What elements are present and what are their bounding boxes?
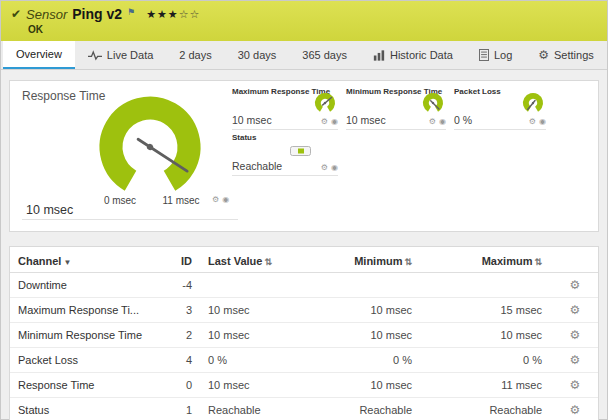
pin-icon[interactable]: ◉ xyxy=(439,118,446,126)
overview-panel: Response Time 0 msec 11 msec ⚙ ◉ 10 msec… xyxy=(9,80,599,232)
cell-maximum: 0 % xyxy=(420,348,550,373)
divider xyxy=(22,219,238,220)
channel-table-panel: Channel▼ ID Last Value⇅ Minimum⇅ Maximum… xyxy=(9,246,599,420)
tab-30-days-label: 30 days xyxy=(238,49,277,61)
cell-minimum: 10 msec xyxy=(300,298,420,323)
cell-maximum: 11 msec xyxy=(420,373,550,398)
table-row[interactable]: Packet Loss 4 0 % 0 % 0 % ⚙ xyxy=(10,348,599,373)
response-time-gauge xyxy=(88,85,212,209)
column-header-last-value[interactable]: Last Value⇅ xyxy=(200,247,300,273)
column-header-id-label: ID xyxy=(181,255,192,267)
cell-minimum: 0 % xyxy=(300,348,420,373)
sort-icon: ⇅ xyxy=(404,257,412,267)
pin-icon[interactable]: ◉ xyxy=(539,118,546,126)
sensor-status-text: OK xyxy=(28,24,597,35)
sensor-header: ✔ Sensor Ping v2 ⚑ ★★★☆☆ OK xyxy=(1,1,607,41)
cell-minimum: 10 msec xyxy=(300,323,420,348)
column-header-maximum[interactable]: Maximum⇅ xyxy=(420,247,550,273)
stars-empty[interactable]: ☆☆ xyxy=(179,8,201,20)
table-header-row: Channel▼ ID Last Value⇅ Minimum⇅ Maximum… xyxy=(10,247,599,273)
cell-last-value: Reachable xyxy=(200,398,300,420)
cell-channel: Packet Loss xyxy=(10,348,158,373)
cell-channel: Maximum Response Ti... xyxy=(10,298,158,323)
mini-gauge-maximum-response-time: Maximum Response Time 10 msec ⚙ ◉ xyxy=(232,87,338,133)
status-channel-title: Status xyxy=(232,133,338,142)
channel-settings-icon[interactable]: ⚙ xyxy=(321,164,328,172)
pin-icon[interactable]: ◉ xyxy=(331,164,338,172)
tab-settings[interactable]: ⚙ Settings xyxy=(525,41,607,69)
sort-desc-icon: ▼ xyxy=(63,258,71,267)
historic-data-icon xyxy=(373,50,385,61)
cell-channel: Minimum Response Time xyxy=(10,323,158,348)
pin-icon[interactable]: ◉ xyxy=(222,196,229,204)
priority-flag-icon[interactable]: ⚑ xyxy=(127,6,135,19)
cell-id: 4 xyxy=(158,348,200,373)
sort-icon: ⇅ xyxy=(534,257,542,267)
cell-maximum: 15 msec xyxy=(420,298,550,323)
channel-settings-icon[interactable]: ⚙ xyxy=(429,118,436,126)
status-indicator-icon xyxy=(290,145,312,157)
tab-overview[interactable]: Overview xyxy=(3,41,75,69)
tab-bar: Overview Live Data 2 days 30 days 365 da… xyxy=(1,41,607,70)
tab-365-days-label: 365 days xyxy=(302,49,347,61)
column-header-last-value-label: Last Value xyxy=(208,255,262,267)
channel-settings-icon[interactable]: ⚙ xyxy=(529,118,536,126)
packet-loss-gauge xyxy=(520,90,546,116)
mini-gauge-minimum-response-time: Minimum Response Time 10 msec ⚙ ◉ xyxy=(346,87,446,133)
tab-365-days[interactable]: 365 days xyxy=(289,41,360,69)
table-row[interactable]: Downtime -4 ⚙ xyxy=(10,273,599,298)
cell-id: -4 xyxy=(158,273,200,298)
mini-gauge-value: 10 msec xyxy=(232,114,272,126)
pin-icon[interactable]: ◉ xyxy=(331,118,338,126)
column-header-maximum-label: Maximum xyxy=(482,255,533,267)
table-row[interactable]: Response Time 0 10 msec 10 msec 11 msec … xyxy=(10,373,599,398)
priority-stars[interactable]: ★★★☆☆ xyxy=(146,8,200,21)
sensor-title: Ping v2 xyxy=(72,6,122,22)
channel-table: Channel▼ ID Last Value⇅ Minimum⇅ Maximum… xyxy=(10,247,599,420)
cell-channel: Status xyxy=(10,398,158,420)
tab-live-data[interactable]: Live Data xyxy=(75,41,166,69)
channel-settings-icon[interactable]: ⚙ xyxy=(550,398,599,420)
tab-30-days[interactable]: 30 days xyxy=(225,41,290,69)
cell-last-value: 10 msec xyxy=(200,323,300,348)
object-kind-label: Sensor xyxy=(26,7,67,22)
cell-maximum: Reachable xyxy=(420,398,550,420)
cell-id: 3 xyxy=(158,298,200,323)
table-row[interactable]: Maximum Response Ti... 3 10 msec 10 msec… xyxy=(10,298,599,323)
cell-last-value: 10 msec xyxy=(200,298,300,323)
tab-overview-label: Overview xyxy=(16,48,62,60)
cell-minimum: Reachable xyxy=(300,398,420,420)
cell-last-value: 10 msec xyxy=(200,373,300,398)
tab-2-days[interactable]: 2 days xyxy=(166,41,224,69)
app-window: ✔ Sensor Ping v2 ⚑ ★★★☆☆ OK Overview Liv… xyxy=(0,0,608,420)
channel-settings-icon[interactable]: ⚙ xyxy=(550,348,599,373)
stars-filled[interactable]: ★★★ xyxy=(146,8,179,20)
tab-settings-label: Settings xyxy=(554,49,594,61)
tab-log[interactable]: Log xyxy=(466,41,525,69)
mini-gauge-value: 10 msec xyxy=(346,114,386,126)
column-header-minimum-label: Minimum xyxy=(354,255,402,267)
column-header-minimum[interactable]: Minimum⇅ xyxy=(300,247,420,273)
channel-settings-icon[interactable]: ⚙ xyxy=(212,196,219,204)
column-header-id[interactable]: ID xyxy=(158,247,200,273)
channel-settings-icon[interactable]: ⚙ xyxy=(321,118,328,126)
cell-id: 0 xyxy=(158,373,200,398)
tab-log-label: Log xyxy=(494,49,512,61)
cell-channel: Response Time xyxy=(10,373,158,398)
channel-settings-icon[interactable]: ⚙ xyxy=(550,373,599,398)
channel-settings-icon[interactable]: ⚙ xyxy=(550,298,599,323)
table-row[interactable]: Minimum Response Time 2 10 msec 10 msec … xyxy=(10,323,599,348)
channel-settings-icon[interactable]: ⚙ xyxy=(550,273,599,298)
response-time-value: 10 msec xyxy=(26,203,73,217)
tab-historic-data[interactable]: Historic Data xyxy=(360,41,466,69)
table-row[interactable]: Status 1 Reachable Reachable Reachable ⚙ xyxy=(10,398,599,420)
mini-gauge-value: 0 % xyxy=(454,114,472,126)
minimum-response-time-gauge xyxy=(420,90,446,116)
column-header-channel[interactable]: Channel▼ xyxy=(10,247,158,273)
channel-settings-icon[interactable]: ⚙ xyxy=(550,323,599,348)
column-header-channel-label: Channel xyxy=(18,255,61,267)
cell-id: 1 xyxy=(158,398,200,420)
gauge-scale-max-label: 11 msec xyxy=(156,195,206,206)
cell-id: 2 xyxy=(158,323,200,348)
status-ok-check-icon: ✔ xyxy=(11,8,21,20)
